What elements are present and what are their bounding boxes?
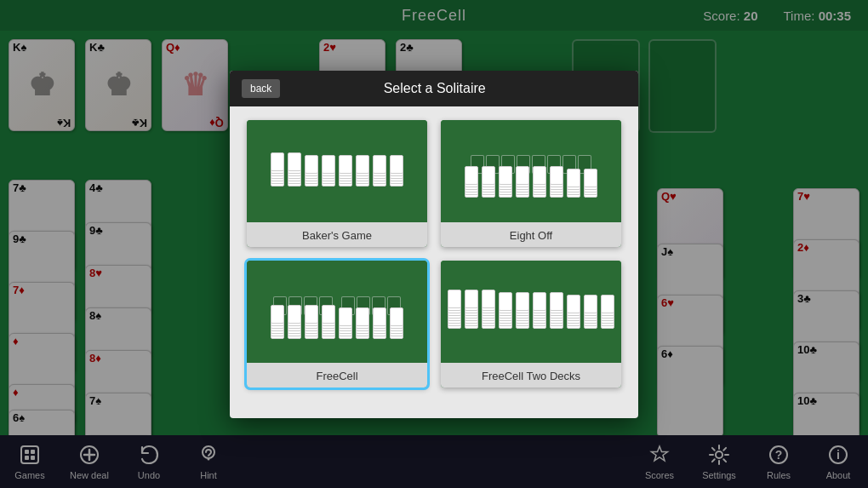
freecell-label: FreeCell (247, 363, 427, 388)
modal-header: back Select a Solitaire (230, 71, 638, 106)
freecell-option[interactable]: FreeCell (247, 261, 427, 388)
modal-back-button[interactable]: back (242, 79, 280, 98)
eight-off-label: Eight Off (441, 222, 621, 247)
bakers-game-label: Baker's Game (247, 222, 427, 247)
bakers-game-option[interactable]: Baker's Game (247, 120, 427, 247)
freecell-preview (247, 261, 427, 363)
select-solitaire-modal: back Select a Solitaire (230, 71, 638, 418)
modal-title: Select a Solitaire (294, 81, 575, 96)
bakers-game-preview (247, 120, 427, 222)
modal-body: Baker's Game (230, 106, 638, 401)
bakers-game-cards (271, 168, 403, 174)
freecell-two-option[interactable]: FreeCell Two Decks (441, 261, 621, 388)
freecell-two-preview (441, 261, 621, 363)
freecell-two-label: FreeCell Two Decks (441, 363, 621, 388)
eight-off-preview (441, 120, 621, 222)
eight-off-option[interactable]: Eight Off (441, 120, 621, 247)
modal-overlay: back Select a Solitaire (0, 0, 868, 488)
